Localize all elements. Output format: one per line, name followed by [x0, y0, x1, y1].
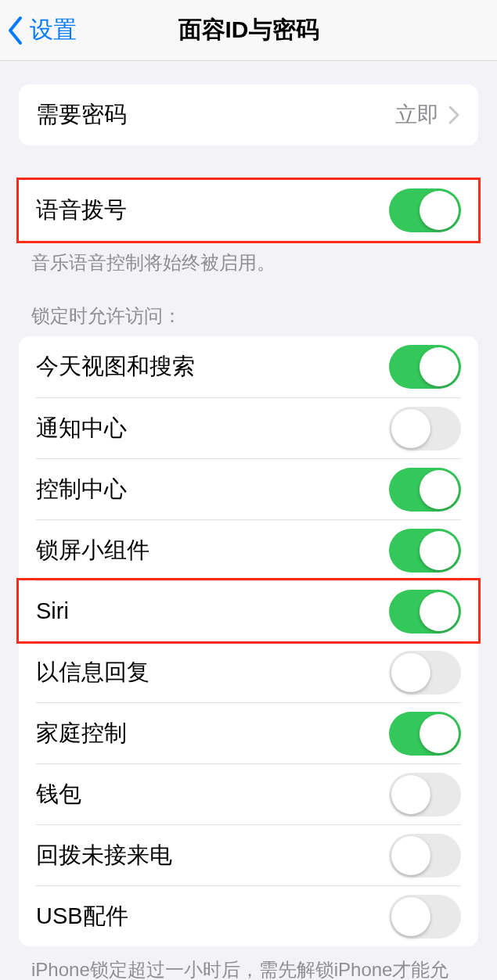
lock-item-row: 家庭控制	[19, 702, 478, 763]
voice-dial-label: 语音拨号	[36, 195, 389, 226]
lock-item-row: 锁屏小组件	[19, 519, 478, 580]
lock-item-toggle[interactable]	[389, 712, 461, 756]
lock-item-toggle[interactable]	[389, 895, 461, 939]
chevron-left-icon	[6, 16, 25, 45]
usb-footer-note: iPhone锁定超过一小时后，需先解锁iPhone才能允许USB配件连接。	[31, 957, 466, 980]
lock-access-group: 今天视图和搜索通知中心控制中心锁屏小组件Siri以信息回复家庭控制钱包回拨未接来…	[19, 336, 478, 946]
lock-item-label: 今天视图和搜索	[36, 351, 389, 382]
lock-item-toggle[interactable]	[389, 651, 461, 695]
require-passcode-row[interactable]: 需要密码 立即	[19, 84, 478, 145]
lock-item-label: USB配件	[36, 901, 389, 932]
back-button[interactable]: 设置	[6, 0, 77, 60]
lock-item-label: 通知中心	[36, 413, 389, 444]
lock-item-label: 钱包	[36, 779, 389, 810]
require-passcode-label: 需要密码	[36, 99, 395, 131]
lock-item-row: 钱包	[19, 763, 478, 824]
lock-item-row: 今天视图和搜索	[19, 336, 478, 397]
lock-item-toggle[interactable]	[389, 834, 461, 878]
lock-item-toggle[interactable]	[389, 407, 461, 451]
chevron-right-icon	[447, 104, 461, 126]
lock-item-label: 控制中心	[36, 474, 389, 505]
lock-item-row: 通知中心	[19, 397, 478, 458]
voice-dial-toggle[interactable]	[389, 188, 461, 232]
lock-item-row: 以信息回复	[19, 641, 478, 702]
page-title: 面容ID与密码	[178, 14, 319, 46]
lock-item-toggle[interactable]	[389, 773, 461, 817]
lock-item-label: 锁屏小组件	[36, 535, 389, 566]
lock-item-label: Siri	[36, 598, 389, 624]
lock-item-toggle[interactable]	[389, 345, 461, 389]
lock-item-label: 家庭控制	[36, 718, 389, 749]
lock-item-toggle[interactable]	[389, 468, 461, 512]
passcode-group: 需要密码 立即	[19, 84, 478, 145]
voice-dial-row: 语音拨号	[19, 180, 478, 241]
lock-item-label: 回拨未接来电	[36, 840, 389, 871]
nav-bar: 设置 面容ID与密码	[0, 0, 497, 61]
voice-dial-note: 音乐语音控制将始终被启用。	[31, 250, 466, 275]
lock-item-label: 以信息回复	[36, 657, 389, 688]
voice-dial-group: 语音拨号	[19, 180, 478, 241]
lock-access-header: 锁定时允许访问：	[31, 303, 466, 328]
lock-item-toggle[interactable]	[389, 590, 461, 634]
lock-item-row: Siri	[19, 580, 478, 641]
lock-item-row: USB配件	[19, 885, 478, 946]
lock-item-row: 回拨未接来电	[19, 824, 478, 885]
require-passcode-value: 立即	[395, 100, 439, 130]
lock-item-toggle[interactable]	[389, 529, 461, 573]
back-label: 设置	[30, 14, 77, 46]
lock-item-row: 控制中心	[19, 458, 478, 519]
